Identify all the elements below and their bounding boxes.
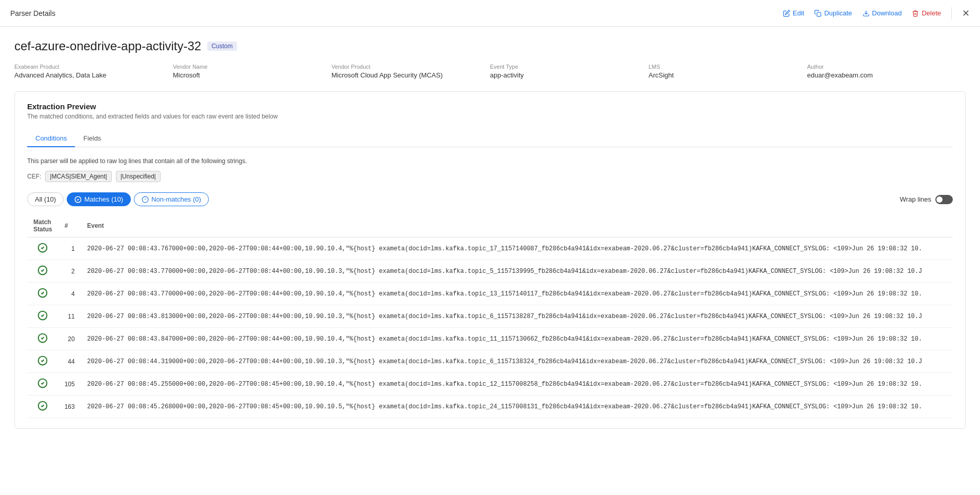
event-text: 2020-06-27 00:08:43.847000+00:00,2020-06… [81,328,953,350]
condition-prefix-label: CEF: [27,173,41,180]
panel-title: Extraction Preview [27,102,953,111]
events-body: 1 2020-06-27 00:08:43.767000+00:00,2020-… [27,237,953,418]
panel-subtitle: The matched conditions, and extracted fi… [27,113,953,120]
metadata-event-type: Event Type app-activity [490,64,649,79]
svg-rect-0 [817,12,821,16]
table-row[interactable]: 2 2020-06-27 00:08:43.770000+00:00,2020-… [27,260,953,283]
download-button[interactable]: Download [863,9,902,17]
match-status-cell [27,373,58,395]
event-text: 2020-06-27 00:08:44.319000+00:00,2020-06… [81,350,953,373]
page-title: Parser Details [10,9,55,17]
condition-tag-1: |MCAS|SIEM_Agent| [45,171,111,182]
check-circle-icon [74,196,82,203]
info-icon [142,196,149,203]
event-number: 1 [58,237,81,260]
event-number: 44 [58,350,81,373]
duplicate-button[interactable]: Duplicate [814,9,852,17]
event-text: 2020-06-27 00:08:43.813000+00:00,2020-06… [81,305,953,328]
separator [951,7,952,19]
top-bar: Parser Details Edit Duplicate Download [0,0,980,27]
condition-tag-2: |Unspecified| [116,171,161,182]
table-row[interactable]: 11 2020-06-27 00:08:43.813000+00:00,2020… [27,305,953,328]
match-status-cell [27,350,58,373]
filter-row: All (10) Matches (10) Non-matches (0) [27,192,953,206]
filter-all-button[interactable]: All (10) [27,192,64,206]
delete-button[interactable]: Delete [912,9,941,17]
event-number: 4 [58,283,81,305]
col-event: Event [81,214,953,237]
extraction-preview-panel: Extraction Preview The matched condition… [14,91,966,429]
parser-title-row: cef-azure-onedrive-app-activity-32 Custo… [14,39,966,53]
matched-check-icon [37,243,48,253]
conditions-description: This parser will be applied to raw log l… [27,157,953,165]
matched-check-icon [37,401,48,411]
delete-icon [912,10,919,17]
close-button[interactable]: ✕ [962,9,970,18]
event-number: 20 [58,328,81,350]
metadata-row: Exabeam Product Advanced Analytics, Data… [14,64,966,79]
match-status-cell [27,305,58,328]
tab-fields[interactable]: Fields [75,130,109,147]
event-number: 163 [58,395,81,418]
table-header: Match Status # Event [27,214,953,237]
conditions-tags: CEF: |MCAS|SIEM_Agent| |Unspecified| [27,171,953,182]
table-row[interactable]: 105 2020-06-27 00:08:45.255000+00:00,202… [27,373,953,395]
metadata-vendor-product: Vendor Product Microsoft Cloud App Secur… [331,64,490,79]
top-bar-actions: Edit Duplicate Download Delet [783,7,970,19]
col-match-status: Match Status [27,214,58,237]
download-icon [863,10,870,17]
metadata-exabeam-product: Exabeam Product Advanced Analytics, Data… [14,64,173,79]
metadata-author: Author eduar@exabeam.com [807,64,966,79]
matched-check-icon [37,378,48,388]
filter-buttons: All (10) Matches (10) Non-matches (0) [27,192,209,206]
table-row[interactable]: 163 2020-06-27 00:08:45.268000+00:00,202… [27,395,953,418]
metadata-lms: LMS ArcSight [649,64,807,79]
metadata-vendor-name: Vendor Name Microsoft [173,64,331,79]
table-row[interactable]: 1 2020-06-27 00:08:43.767000+00:00,2020-… [27,237,953,260]
parser-badge: Custom [207,42,237,51]
filter-matches-button[interactable]: Matches (10) [67,192,131,206]
events-table: Match Status # Event 1 2020-06-27 00:08:… [27,214,953,418]
col-num: # [58,214,81,237]
event-number: 105 [58,373,81,395]
duplicate-icon [814,10,821,17]
event-text: 2020-06-27 00:08:45.255000+00:00,2020-06… [81,373,953,395]
tabs: Conditions Fields [27,130,953,147]
table-row[interactable]: 4 2020-06-27 00:08:43.770000+00:00,2020-… [27,283,953,305]
edit-icon [783,10,790,17]
matched-check-icon [37,288,48,298]
table-row[interactable]: 44 2020-06-27 00:08:44.319000+00:00,2020… [27,350,953,373]
filter-non-matches-button[interactable]: Non-matches (0) [134,192,209,206]
matched-check-icon [37,333,48,343]
wrap-lines-toggle[interactable] [935,195,953,204]
event-number: 11 [58,305,81,328]
main-content: cef-azure-onedrive-app-activity-32 Custo… [0,27,980,441]
match-status-cell [27,283,58,305]
match-status-cell [27,260,58,283]
match-status-cell [27,328,58,350]
event-text: 2020-06-27 00:08:43.767000+00:00,2020-06… [81,237,953,260]
wrap-lines-control: Wrap lines [900,195,953,204]
event-number: 2 [58,260,81,283]
tab-conditions[interactable]: Conditions [27,130,75,147]
wrap-lines-label: Wrap lines [900,195,931,203]
edit-button[interactable]: Edit [783,9,804,17]
event-text: 2020-06-27 00:08:45.268000+00:00,2020-06… [81,395,953,418]
matched-check-icon [37,310,48,321]
match-status-cell [27,237,58,260]
table-row[interactable]: 20 2020-06-27 00:08:43.847000+00:00,2020… [27,328,953,350]
parser-name: cef-azure-onedrive-app-activity-32 [14,39,201,53]
event-text: 2020-06-27 00:08:43.770000+00:00,2020-06… [81,283,953,305]
event-text: 2020-06-27 00:08:43.770000+00:00,2020-06… [81,260,953,283]
matched-check-icon [37,355,48,366]
match-status-cell [27,395,58,418]
matched-check-icon [37,265,48,275]
